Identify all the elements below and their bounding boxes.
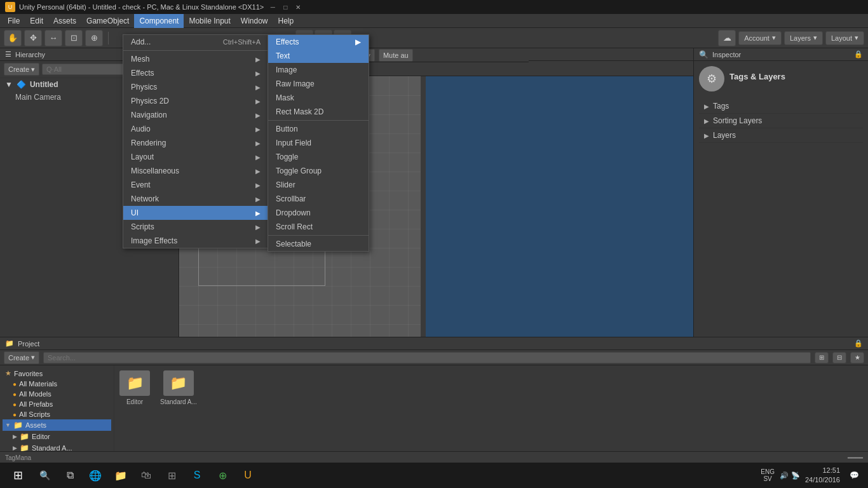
menu-add[interactable]: Add... Ctrl+Shift+A [123, 35, 268, 49]
toolbar-right: ☁ Account ▾ Layers ▾ Layout ▾ [718, 30, 864, 46]
favorites-folder[interactable]: ★ Favorites [3, 368, 111, 379]
taskbar-store[interactable]: 🛍 [135, 465, 158, 485]
taskbar-ie[interactable]: 🌐 [84, 465, 107, 485]
ui-submenu-mask[interactable]: Mask [268, 91, 369, 105]
inspector-section-sorting-layers[interactable]: ▶ Sorting Layers [699, 114, 863, 128]
taskbar: ⊞ 🔍 ⧉ 🌐 📁 🛍 ⊞ S ⊕ U ENG SV 🔊 📡 12:51 24/… [0, 463, 868, 488]
menu-assets[interactable]: Assets [48, 14, 81, 28]
rect-tool-button[interactable]: ⊕ [85, 30, 103, 46]
menu-mobile-input[interactable]: Mobile Input [184, 14, 235, 28]
inspector-panel: 🔍 Inspector 🔒 ⚙ Tags & Layers ▶ Tags ▶ S… [693, 48, 868, 337]
mute-button[interactable]: Mute au [379, 49, 413, 62]
inspector-lock-button[interactable]: 🔒 [854, 50, 863, 58]
taskbar-lang: ENG SV [761, 468, 775, 482]
layers-dropdown[interactable]: Layers ▾ [784, 31, 823, 45]
menu-help[interactable]: Help [273, 14, 299, 28]
menu-network[interactable]: Network ▶ [123, 192, 268, 206]
menu-physics[interactable]: Physics ▶ [123, 80, 268, 94]
all-prefabs-item[interactable]: ● All Prefabs [3, 399, 111, 409]
ui-submenu: Effects ▶ Text Image Raw Image Mask Rect… [268, 34, 369, 252]
inspector-section-tags[interactable]: ▶ Tags [699, 99, 863, 114]
ui-submenu-input-field[interactable]: Input Field [268, 136, 369, 150]
hand-tool-button[interactable]: ✋ [4, 30, 22, 46]
taskbar-task-view[interactable]: ⧉ [58, 465, 81, 485]
project-content: ★ Favorites ● All Materials ● All Models… [0, 365, 868, 464]
rotate-tool-button[interactable]: ↔ [44, 30, 62, 46]
menu-event[interactable]: Event ▶ [123, 178, 268, 192]
ui-submenu-button[interactable]: Button [268, 122, 369, 136]
menu-navigation[interactable]: Navigation ▶ [123, 108, 268, 122]
menu-rendering[interactable]: Rendering ▶ [123, 136, 268, 150]
menu-window[interactable]: Window [236, 14, 273, 28]
ui-submenu-image[interactable]: Image [268, 63, 369, 77]
layers-section-label: Layers [713, 131, 736, 140]
project-title: Project [18, 340, 39, 348]
ui-submenu-text[interactable]: Text [268, 49, 369, 63]
menu-physics2d[interactable]: Physics 2D ▶ [123, 94, 268, 108]
close-button[interactable]: ✕ [293, 2, 303, 12]
ui-submenu-selectable[interactable]: Selectable [268, 237, 369, 251]
ui-submenu-dropdown[interactable]: Dropdown [268, 206, 369, 220]
account-dropdown[interactable]: Account ▾ [738, 31, 782, 45]
notification-button[interactable]: 💬 [845, 466, 863, 484]
menu-file[interactable]: File [3, 14, 25, 28]
project-header: 📁 Project 🔒 [0, 337, 868, 350]
ui-submenu-effects[interactable]: Effects ▶ [268, 35, 369, 49]
start-button[interactable]: ⊞ [5, 465, 31, 485]
ui-submenu-raw-image[interactable]: Raw Image [268, 77, 369, 91]
ui-submenu-slider[interactable]: Slider [268, 178, 369, 192]
move-tool-button[interactable]: ✥ [24, 30, 42, 46]
bottom-panels: 📁 Project 🔒 Create ▾ ⊞ ⊟ ★ ★ Favorites ● [0, 337, 868, 464]
ui-submenu-scrollbar[interactable]: Scrollbar [268, 192, 369, 206]
menu-scripts[interactable]: Scripts ▶ [123, 220, 268, 234]
project-star-button[interactable]: ★ [850, 352, 864, 363]
project-filter-button[interactable]: ⊟ [832, 352, 846, 363]
submenu-arrow-icon: ▶ [255, 84, 261, 91]
ui-submenu-scroll-rect[interactable]: Scroll Rect [268, 220, 369, 234]
inspector-section-layers[interactable]: ▶ Layers [699, 128, 863, 143]
expand-arrow-icon: ▼ [5, 80, 13, 89]
taskbar-skype[interactable]: S [186, 465, 208, 485]
taskbar-explorer[interactable]: 📁 [109, 465, 132, 485]
project-lock-button[interactable]: 🔒 [854, 339, 863, 348]
taskbar-search-button[interactable]: 🔍 [33, 465, 56, 485]
menu-layout[interactable]: Layout ▶ [123, 150, 268, 164]
project-search-input[interactable] [43, 352, 811, 363]
maximize-button[interactable]: □ [280, 2, 290, 12]
scale-tool-button[interactable]: ⊡ [65, 30, 83, 46]
ui-submenu-toggle-group[interactable]: Toggle Group [268, 164, 369, 178]
all-models-item[interactable]: ● All Models [3, 389, 111, 399]
menu-image-effects[interactable]: Image Effects ▶ [123, 234, 268, 248]
taskbar-unity[interactable]: U [236, 465, 259, 485]
asset-standard[interactable]: 📁 Standard A... [160, 370, 197, 405]
submenu-arrow-icon: ▶ [255, 154, 261, 161]
project-view-button[interactable]: ⊞ [815, 352, 829, 363]
hierarchy-icon: ☰ [5, 50, 11, 58]
ui-submenu-toggle[interactable]: Toggle [268, 150, 369, 164]
ui-submenu-rect-mask-2d[interactable]: Rect Mask 2D [268, 105, 369, 119]
menu-edit[interactable]: Edit [25, 14, 48, 28]
menu-miscellaneous[interactable]: Miscellaneous ▶ [123, 164, 268, 178]
taskbar-chrome[interactable]: ⊕ [211, 465, 234, 485]
taskbar-apps[interactable]: ⊞ [160, 465, 183, 485]
menu-audio[interactable]: Audio ▶ [123, 122, 268, 136]
assets-folder[interactable]: ▼ 📁 Assets [3, 419, 111, 431]
taskbar-systray: 🔊 📡 [780, 471, 800, 480]
hierarchy-create-button[interactable]: Create ▾ [4, 63, 39, 76]
menu-gameobject[interactable]: GameObject [81, 14, 134, 28]
menu-mesh[interactable]: Mesh ▶ [123, 52, 268, 66]
taskbar-clock: 12:51 24/10/2016 [805, 466, 840, 485]
menu-effects[interactable]: Effects ▶ [123, 66, 268, 80]
editor-folder-item[interactable]: ▶ 📁 Editor [3, 431, 111, 442]
menu-component[interactable]: Component [134, 14, 184, 28]
scene-separator[interactable] [421, 76, 426, 337]
menu-ui[interactable]: UI ▶ [123, 206, 268, 220]
folder-icon: 📁 [13, 421, 23, 430]
all-materials-item[interactable]: ● All Materials [3, 379, 111, 389]
project-create-button[interactable]: Create ▾ [4, 351, 39, 364]
layout-dropdown[interactable]: Layout ▾ [825, 31, 864, 45]
cloud-button[interactable]: ☁ [718, 30, 736, 46]
minimize-button[interactable]: ─ [268, 2, 278, 12]
all-scripts-item[interactable]: ● All Scripts [3, 409, 111, 419]
asset-editor[interactable]: 📁 Editor [119, 370, 150, 405]
